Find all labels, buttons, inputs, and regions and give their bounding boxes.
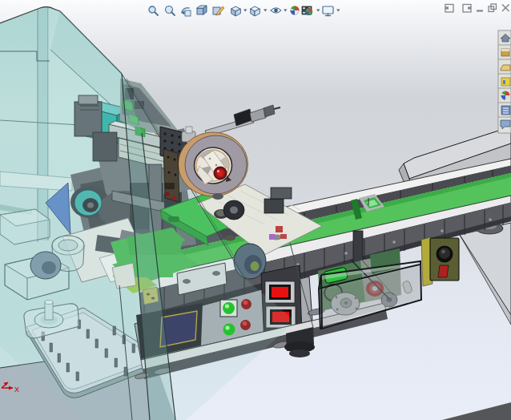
svg-text:X: X: [14, 386, 19, 394]
